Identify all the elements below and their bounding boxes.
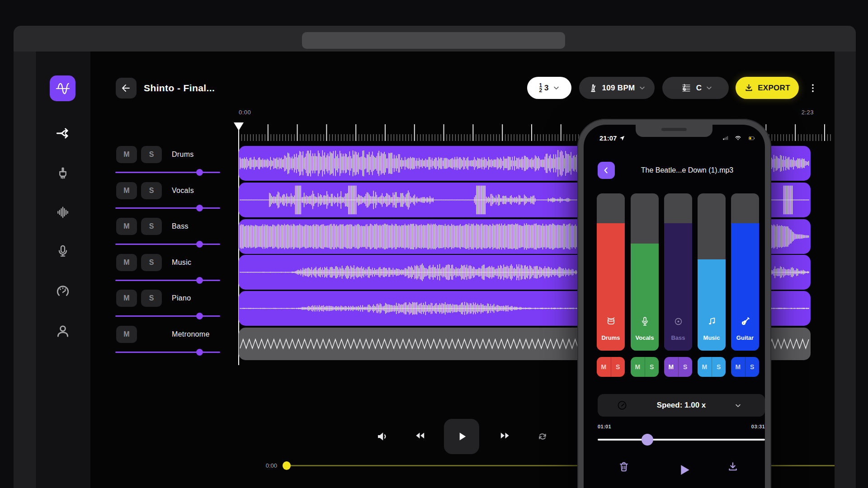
person-icon: [55, 324, 71, 339]
volume-knob[interactable]: [196, 205, 203, 211]
app-sidebar: [35, 52, 91, 488]
music-staff-icon: [679, 83, 692, 94]
phone-download-button[interactable]: [727, 461, 739, 473]
volume-slider-bass[interactable]: [115, 244, 220, 245]
solo-button-vocals[interactable]: S: [141, 182, 162, 199]
drum-icon: [597, 316, 625, 327]
stem-mute-solo-drums[interactable]: M S: [597, 357, 625, 377]
volume-slider-music[interactable]: [115, 280, 220, 281]
delete-button[interactable]: [618, 461, 630, 473]
sidebar-item-split-stems[interactable]: [54, 125, 71, 142]
app-logo[interactable]: [50, 75, 75, 101]
track-label: Drums: [172, 150, 194, 159]
sidebar-item-gauge[interactable]: [54, 283, 71, 300]
solo-button-drums[interactable]: S: [141, 146, 162, 163]
gauge-icon: [56, 284, 70, 299]
track-label: Vocals: [172, 187, 194, 195]
timeline-end-label: 2:23: [787, 109, 814, 116]
back-button[interactable]: [116, 78, 137, 99]
play-button[interactable]: [444, 419, 479, 454]
playhead-marker[interactable]: [233, 122, 244, 131]
phone-scrubber-track[interactable]: [598, 439, 765, 441]
stem-volume-column-bass[interactable]: [664, 193, 692, 351]
sidebar-item-brush[interactable]: [54, 165, 71, 182]
stem-mute-button[interactable]: M: [731, 357, 745, 377]
track-label: Metronome: [172, 330, 210, 338]
fast-forward-button[interactable]: [497, 430, 513, 441]
download-icon: [744, 83, 754, 93]
stem-solo-button[interactable]: S: [679, 357, 693, 377]
scrubber-knob[interactable]: [283, 461, 291, 470]
stem-mute-solo-bass[interactable]: M S: [664, 357, 692, 377]
mute-button-bass[interactable]: M: [116, 218, 137, 235]
stem-volume-column-guitar[interactable]: [731, 193, 759, 351]
volume-knob[interactable]: [196, 169, 203, 176]
volume-knob[interactable]: [196, 277, 203, 284]
mute-button-music[interactable]: M: [116, 254, 137, 271]
time-signature-icon: 12: [539, 83, 542, 93]
stem-volume-column-drums[interactable]: [597, 193, 625, 351]
solo-button-piano[interactable]: S: [141, 290, 162, 307]
screenshot-stage: Shinto - Final... 12 3 109 BPM C EXPORT …: [0, 0, 868, 488]
chevron-down-icon: [706, 84, 712, 91]
stem-volume-column-vocals[interactable]: [631, 193, 659, 351]
stem-solo-button[interactable]: S: [745, 357, 760, 377]
sidebar-item-person[interactable]: [54, 323, 71, 340]
metronome-icon: [588, 83, 598, 93]
volume-knob[interactable]: [196, 349, 203, 356]
stem-mute-solo-music[interactable]: M S: [698, 357, 726, 377]
volume-knob[interactable]: [196, 241, 203, 248]
volume-slider-piano[interactable]: [115, 315, 220, 317]
solo-button-bass[interactable]: S: [141, 218, 162, 235]
export-button[interactable]: EXPORT: [736, 77, 799, 99]
stem-solo-button[interactable]: S: [611, 357, 625, 377]
speed-dropdown[interactable]: Speed: 1.00 x: [598, 394, 765, 417]
microphone-icon: [56, 244, 70, 258]
mic-icon: [631, 316, 659, 327]
arrow-left-icon: [121, 83, 132, 94]
note-icon: [698, 316, 726, 327]
phone-total-time: 03:31: [738, 424, 765, 429]
track-label: Piano: [172, 294, 191, 302]
rewind-button[interactable]: [412, 430, 428, 441]
location-arrow-icon: [619, 135, 625, 141]
bpm-dropdown[interactable]: 109 BPM: [579, 77, 655, 99]
time-signature-dropdown[interactable]: 12 3: [527, 77, 571, 99]
phone-play-button[interactable]: [675, 461, 693, 479]
stem-mute-button[interactable]: M: [631, 357, 645, 377]
stem-mute-button[interactable]: M: [698, 357, 712, 377]
brush-icon: [56, 166, 70, 181]
stem-mute-button[interactable]: M: [597, 357, 611, 377]
stem-mute-solo-guitar[interactable]: M S: [731, 357, 759, 377]
stem-mute-solo-vocals[interactable]: M S: [631, 357, 659, 377]
mute-button-drums[interactable]: M: [116, 146, 137, 163]
loop-button[interactable]: [536, 430, 549, 443]
stem-volume-column-music[interactable]: [698, 193, 726, 351]
mute-button-metronome[interactable]: M: [116, 326, 137, 343]
volume-slider-metronome[interactable]: [115, 352, 220, 353]
mute-button-piano[interactable]: M: [116, 290, 137, 307]
playback-position: 0:00: [260, 462, 277, 469]
sidebar-item-microphone[interactable]: [54, 243, 71, 260]
address-bar[interactable]: [302, 32, 565, 49]
volume-knob[interactable]: [196, 313, 203, 319]
key-dropdown[interactable]: C: [662, 77, 729, 99]
phone-back-button[interactable]: [598, 162, 615, 179]
volume-button[interactable]: [376, 430, 389, 443]
track-label: Music: [172, 258, 191, 267]
chevron-down-icon: [735, 402, 741, 409]
phone-speaker: [661, 128, 687, 131]
stem-mute-button[interactable]: M: [664, 357, 679, 377]
solo-button-music[interactable]: S: [141, 254, 162, 271]
stem-solo-button[interactable]: S: [645, 357, 659, 377]
volume-slider-vocals[interactable]: [115, 207, 220, 209]
sidebar-item-audio-bars[interactable]: [54, 204, 71, 221]
chevron-down-icon: [553, 84, 560, 91]
mute-button-vocals[interactable]: M: [116, 182, 137, 199]
phone-scrubber-knob[interactable]: [642, 434, 653, 446]
stem-solo-button[interactable]: S: [712, 357, 726, 377]
audio-bars-icon: [56, 205, 70, 220]
volume-slider-drums[interactable]: [115, 172, 220, 173]
guitar-icon: [731, 316, 759, 327]
more-options-button[interactable]: [807, 80, 818, 96]
